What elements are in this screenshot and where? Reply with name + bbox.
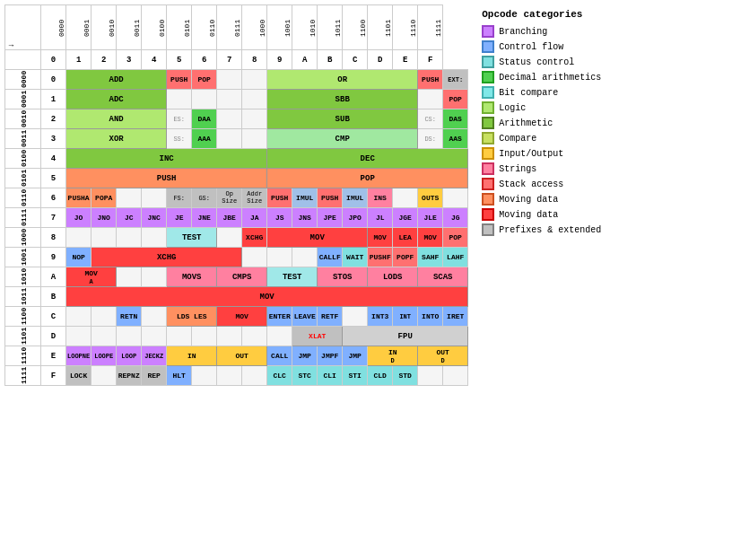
- cell-fe: [418, 366, 443, 386]
- row-label-0: 0000: [5, 70, 41, 90]
- cell-test-a: TEST: [267, 267, 318, 287]
- cell-lock: LOCK: [66, 366, 92, 386]
- cell-je: JE: [167, 208, 192, 228]
- cell-jmpf: JMPF: [318, 346, 343, 366]
- cell-ins: INS: [368, 188, 393, 208]
- cell-clc: CLC: [267, 366, 292, 386]
- legend-label-prefix: Prefixes & extended: [499, 225, 601, 235]
- cell-nop: NOP: [66, 248, 92, 267]
- legend-label-arithmetic: Arithmetic: [499, 118, 553, 128]
- cell-out-e: OUT: [217, 346, 267, 366]
- legend-label-compare: Compare: [499, 134, 536, 144]
- cell-d2: [117, 327, 142, 346]
- row-num-1: 1: [41, 90, 66, 109]
- cell-14: [167, 90, 192, 109]
- row-label-5: 0101: [5, 169, 41, 188]
- cell-jge: JGE: [393, 208, 418, 228]
- cell-98: [267, 248, 292, 267]
- cell-07: [242, 70, 267, 90]
- cell-xor: XOR: [66, 129, 167, 149]
- cell-cmps: CMPS: [217, 267, 267, 287]
- cell-callf: CALLF: [318, 248, 343, 267]
- row-label-f: 1111: [5, 366, 41, 386]
- cell-in-e: IN: [167, 346, 217, 366]
- cell-jle: JLE: [418, 208, 443, 228]
- cell-jpe: JPE: [318, 208, 343, 228]
- cell-jno: JNO: [92, 208, 117, 228]
- corner-cell: ↑: [5, 5, 41, 50]
- cell-99: [292, 248, 318, 267]
- row-label-d: 1101: [5, 327, 41, 346]
- main-container: ↑ 0000 0001 0010 0011 0100 0101 0110 011…: [0, 0, 610, 390]
- legend-color-stack: [482, 178, 494, 190]
- cell-stc: STC: [292, 366, 318, 386]
- cell-ff: [443, 366, 468, 386]
- legend-color-mov: [482, 208, 494, 221]
- row-num-3: 3: [41, 129, 66, 149]
- row-num-4: 4: [41, 149, 66, 169]
- cell-a2: [117, 267, 142, 287]
- legend-item-movlight: Moving data: [482, 193, 634, 206]
- cell-d4: [167, 327, 192, 346]
- cell-wait: WAIT: [343, 248, 368, 267]
- legend-color-compare: [482, 132, 494, 144]
- cell-xchg-87: XCHG: [242, 228, 267, 248]
- legend-item-stack: Stack access: [482, 178, 634, 190]
- cell-d0: [66, 327, 92, 346]
- row-label-4: 0100: [5, 149, 41, 169]
- row-num-6: 6: [41, 188, 66, 208]
- cell-mov-8e: MOV: [418, 228, 443, 248]
- cell-jg: JG: [443, 208, 468, 228]
- row-label-7: 0111: [5, 208, 41, 228]
- cell-lahf: LAHF: [443, 248, 468, 267]
- cell-inc: INC: [66, 149, 267, 169]
- legend-label-branching: Branching: [499, 27, 547, 37]
- cell-lods: LODS: [368, 267, 418, 287]
- cell-pop-8f: POP: [443, 228, 468, 248]
- legend-item-mov: Moving data: [482, 208, 634, 221]
- cell-in-ec: IND: [368, 346, 418, 366]
- legend-color-branching: [482, 25, 494, 38]
- cell-c3: [142, 307, 167, 327]
- cell-aas: AAS: [443, 129, 468, 149]
- cell-int: INT: [393, 307, 418, 327]
- cell-mov-8: MOV: [267, 228, 368, 248]
- cell-mov-c6: MOV: [217, 307, 267, 327]
- legend-label-bitcompare: Bit compare: [499, 88, 558, 98]
- row-label-e: 1110: [5, 346, 41, 366]
- cell-ext: EXT:: [443, 70, 468, 90]
- cell-cmp: CMP: [267, 129, 418, 149]
- cell-a3: [142, 267, 167, 287]
- cell-cld: CLD: [368, 366, 393, 386]
- cell-call: CALL: [267, 346, 292, 366]
- row-num-c: C: [41, 307, 66, 327]
- cell-26: [217, 109, 242, 129]
- row-label-3: 0011: [5, 129, 41, 149]
- cell-cb: [343, 307, 368, 327]
- row-num-f: F: [41, 366, 66, 386]
- cell-lds-les: LDS LES: [167, 307, 217, 327]
- row-label-b: 1011: [5, 287, 41, 307]
- row-num-a: A: [41, 267, 66, 287]
- cell-jc: JC: [117, 208, 142, 228]
- cell-or: OR: [267, 70, 418, 90]
- cell-xlat: XLAT: [292, 327, 343, 346]
- cell-enter: ENTER: [267, 307, 292, 327]
- cell-dec: DEC: [267, 149, 468, 169]
- cell-15: [192, 90, 217, 109]
- cell-and: AND: [66, 109, 167, 129]
- cell-mov-8c: MOV: [368, 228, 393, 248]
- cell-push-5: PUSH: [66, 169, 267, 188]
- cell-f6: [217, 366, 242, 386]
- cell-js: JS: [267, 208, 292, 228]
- legend-label-logic: Logic: [499, 103, 526, 113]
- legend-label-stack: Stack access: [499, 179, 563, 189]
- row-num-5: 5: [41, 169, 66, 188]
- legend-color-status: [482, 56, 494, 68]
- cell-c0: [66, 307, 92, 327]
- legend-label-status: Status control: [499, 57, 574, 67]
- cell-6d: [393, 188, 418, 208]
- row-label-8: 1000: [5, 228, 41, 248]
- cell-jne: JNE: [192, 208, 217, 228]
- legend-color-prefix: [482, 223, 494, 236]
